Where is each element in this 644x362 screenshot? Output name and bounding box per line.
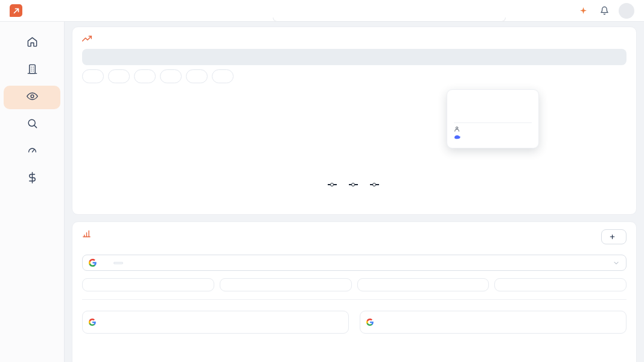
series-dot bbox=[193, 74, 197, 78]
chip-overall-score[interactable] bbox=[82, 69, 104, 83]
sidebar bbox=[0, 22, 65, 362]
chip-ai-discoverability[interactable] bbox=[108, 69, 130, 83]
plus-icon bbox=[609, 233, 616, 240]
assessment-columns bbox=[82, 299, 626, 334]
score-badge bbox=[113, 262, 123, 264]
tooltip-dot bbox=[454, 106, 459, 111]
user-avatar[interactable] bbox=[619, 3, 634, 19]
gauge-icon bbox=[27, 145, 38, 156]
building-icon bbox=[27, 63, 38, 75]
google-icon bbox=[89, 319, 96, 326]
topbar bbox=[0, 0, 644, 22]
whale-icon bbox=[454, 134, 461, 141]
main-content bbox=[65, 22, 644, 362]
sidebar-item-competitor-intelligence[interactable] bbox=[4, 113, 60, 136]
line-marker-icon bbox=[328, 182, 337, 186]
chip-reputation-authority[interactable] bbox=[134, 69, 156, 83]
sidebar-item-dashboard[interactable] bbox=[4, 31, 60, 55]
series-dot bbox=[167, 74, 171, 78]
chart-legend bbox=[82, 182, 626, 186]
logo-arrow-icon bbox=[10, 4, 22, 17]
series-dot bbox=[89, 74, 94, 78]
historical-analysis-card bbox=[72, 221, 637, 362]
ai-credits-badge[interactable] bbox=[579, 7, 590, 14]
current-assessment-column bbox=[82, 306, 349, 334]
current-assessment-row[interactable] bbox=[82, 311, 349, 334]
legend-overall-score bbox=[328, 182, 339, 186]
trend-line-chart[interactable] bbox=[82, 86, 626, 181]
legend-topic-market-relevance bbox=[370, 182, 381, 186]
stat-cards bbox=[82, 278, 626, 291]
app-logo[interactable] bbox=[10, 4, 25, 17]
sidebar-item-ai-visibility-monitor[interactable] bbox=[4, 86, 60, 109]
notifications-bell-icon[interactable] bbox=[600, 6, 609, 15]
chip-technical-infrastructure[interactable] bbox=[212, 69, 234, 83]
trending-up-icon bbox=[82, 34, 92, 43]
person-icon bbox=[454, 126, 460, 132]
eye-icon bbox=[27, 91, 38, 102]
legend-content-quality bbox=[349, 182, 360, 186]
line-marker-icon bbox=[370, 182, 379, 186]
stat-highest-score bbox=[357, 278, 489, 291]
google-icon bbox=[366, 319, 374, 326]
view-toggle bbox=[82, 49, 626, 65]
tooltip-dot bbox=[454, 99, 459, 104]
sidebar-item-website-optimizer[interactable] bbox=[4, 140, 60, 164]
chevron-down-icon[interactable] bbox=[613, 259, 620, 267]
search-icon bbox=[27, 118, 38, 129]
series-dot bbox=[141, 74, 145, 78]
selected-historical-column bbox=[360, 306, 626, 334]
tab-chart-view[interactable] bbox=[83, 50, 354, 64]
series-dot bbox=[115, 74, 120, 78]
performance-trends-card bbox=[72, 27, 637, 215]
stat-lowest-score bbox=[494, 278, 626, 291]
chip-topic-market-relevance[interactable] bbox=[160, 69, 182, 83]
spark-icon bbox=[579, 7, 587, 14]
historical-assessment-dropdown[interactable] bbox=[82, 255, 626, 271]
chip-content-quality[interactable] bbox=[186, 69, 208, 83]
tooltip-dot bbox=[454, 113, 459, 118]
tab-summary[interactable] bbox=[354, 50, 625, 64]
chart-canvas bbox=[82, 86, 628, 179]
series-toggle-chips bbox=[82, 69, 626, 83]
stat-average-score bbox=[220, 278, 352, 291]
partial-scrolled-element bbox=[273, 17, 506, 22]
bar-chart-icon bbox=[82, 229, 91, 238]
stat-overall-score bbox=[82, 278, 214, 291]
new-assessment-button[interactable] bbox=[601, 229, 626, 244]
sidebar-item-affiliate-program[interactable] bbox=[4, 167, 60, 191]
home-icon bbox=[27, 36, 38, 48]
selected-historical-row[interactable] bbox=[360, 311, 626, 334]
dollar-icon bbox=[27, 172, 38, 183]
series-dot bbox=[219, 74, 223, 78]
sidebar-item-manage-brands[interactable] bbox=[4, 59, 60, 82]
line-marker-icon bbox=[349, 182, 358, 186]
google-icon bbox=[89, 259, 97, 267]
chart-tooltip bbox=[447, 89, 539, 148]
